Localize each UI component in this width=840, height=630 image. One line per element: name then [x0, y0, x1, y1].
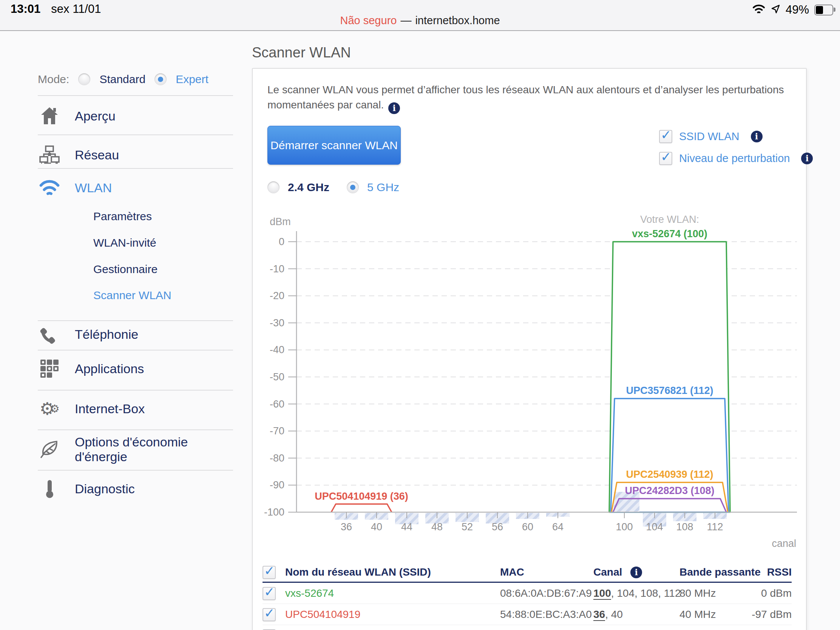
column-header-label: Canal [594, 566, 622, 578]
bandwidth-cell: 40 MHz [679, 608, 716, 621]
sidebar-divider [38, 134, 233, 135]
sidebar-divider [38, 390, 233, 390]
toggle-label[interactable]: Niveau de perturbation [679, 152, 790, 165]
check-icon: ✓ [661, 127, 671, 142]
channel-separator: , [635, 587, 641, 599]
status-bar: 13:01sex 11/01 49% Não seguro—internetbo… [0, 0, 840, 31]
mode-expert-label[interactable]: Expert [175, 73, 208, 86]
sidebar-item-label: Options d'économie d'énergie [75, 435, 234, 464]
channel-value: 104 [617, 587, 635, 599]
column-header-label: MAC [500, 566, 524, 578]
sidebar-item-label: Téléphonie [75, 327, 138, 342]
wifi-icon [38, 177, 61, 198]
rssi-value: 0 dBm [761, 587, 792, 599]
sidebar-item-label: Réseau [75, 148, 119, 163]
scanner-description-text: Le scanner WLAN vous permet d’afficher t… [267, 84, 784, 111]
column-header: MAC [500, 566, 524, 578]
sidebar-subitem-scanner-wlan[interactable]: Scanner WLAN [93, 282, 172, 309]
sidebar-divider [38, 470, 233, 471]
ssid-cell: vxs-52674 [285, 587, 334, 599]
date: sex 11/01 [51, 2, 101, 16]
mac-cell: 54:88:0E:BC:A3:A0 [500, 608, 592, 621]
sidebar-item-label: WLAN [75, 180, 112, 195]
canal-cell: 36, 40 [594, 608, 623, 621]
info-icon[interactable]: i [751, 131, 763, 142]
band-label[interactable]: 5 GHz [367, 181, 399, 194]
channel-value: 100 [594, 587, 611, 600]
row-divider [262, 625, 792, 625]
channel-separator: , [605, 608, 611, 620]
ssid-cell: UPC504104919 [285, 608, 360, 621]
wifi-status-icon [752, 4, 765, 16]
sidebar-subitem-wlan-invite[interactable]: WLAN-invité [93, 230, 156, 256]
sidebar-subitem-parametres[interactable]: Paramètres [93, 203, 152, 230]
host-name: internetbox.home [415, 14, 500, 27]
sidebar-item-internet-box[interactable]: ⚙⚙Internet-Box [38, 392, 234, 426]
sidebar-item-label: Applications [75, 362, 144, 376]
leaf-icon [38, 439, 61, 460]
phone-icon [38, 324, 61, 345]
sidebar-item-applications[interactable]: Applications [38, 352, 234, 385]
canal-cell: 100, 104, 108, 112 [594, 587, 681, 599]
band-selector: 2.4 GHz5 GHz [267, 180, 399, 195]
channel-value: 40 [611, 608, 623, 620]
sidebar-item-diagnostic[interactable]: Diagnostic [38, 472, 234, 506]
check-icon: ✓ [264, 584, 275, 599]
column-header-label: Nom du réseau WLAN (SSID) [285, 566, 431, 578]
mode-standard-radio[interactable] [78, 73, 90, 85]
table-header-row: ✓Nom du réseau WLAN (SSID)MACCanaliBande… [262, 562, 792, 583]
network-icon [38, 144, 61, 166]
band-radio-5GHz[interactable] [347, 181, 359, 193]
toggle-ssid-wlan: ✓SSID WLANi [659, 129, 763, 143]
home-icon [38, 105, 61, 126]
band-label[interactable]: 2.4 GHz [288, 181, 329, 194]
toggle-checkbox[interactable]: ✓ [659, 130, 672, 143]
rssi-cell: -97 dBm [735, 608, 792, 621]
sidebar-item-label: Aperçu [75, 109, 115, 123]
column-header: RSSI [735, 566, 792, 578]
sidebar-divider [38, 95, 233, 96]
row-checkbox[interactable]: ✓ [262, 608, 276, 621]
browser-address[interactable]: Não seguro—internetbox.home [0, 14, 840, 27]
table-row: ✓vxs-5267408:6A:0A:DB:67:A9100, 104, 108… [262, 583, 792, 603]
channel-value: 36 [594, 608, 605, 621]
bandwidth-value: 40 MHz [679, 608, 716, 620]
mode-expert-radio[interactable] [155, 73, 167, 85]
sidebar-item-energy-options[interactable]: Options d'économie d'énergie [38, 433, 234, 466]
title-separator: — [400, 14, 411, 27]
screen: 13:01sex 11/01 49% Não seguro—internetbo… [0, 0, 840, 630]
row-checkbox[interactable]: ✓ [262, 587, 276, 600]
band-radio-24GHz[interactable] [267, 181, 279, 193]
sidebar-subitem-gestionnaire[interactable]: Gestionnaire [93, 256, 158, 283]
toggle-label[interactable]: SSID WLAN [679, 130, 739, 143]
select-all-checkbox[interactable]: ✓ [262, 566, 276, 579]
mac-value: 08:6A:0A:DB:67:A9 [500, 587, 592, 599]
sidebar-divider [38, 429, 233, 430]
sidebar-item-wlan[interactable]: WLAN [38, 171, 234, 205]
column-header-label: RSSI [767, 566, 792, 578]
thermometer-icon [38, 478, 61, 499]
header-rule [262, 582, 792, 583]
channel-separator: , [611, 587, 617, 599]
mode-label: Mode: [38, 73, 69, 86]
mode-standard-label[interactable]: Standard [99, 73, 145, 86]
mode-switcher: Mode: Standard Expert [38, 71, 208, 88]
column-header: Canali [594, 566, 642, 578]
check-icon: ✓ [264, 605, 275, 621]
table-row: ✓UPC50410491954:88:0E:BC:A3:A036, 4040 M… [262, 604, 792, 625]
info-icon[interactable]: i [801, 153, 813, 164]
scanner-description: Le scanner WLAN vous permet d’afficher t… [267, 82, 807, 114]
sidebar-item-apercu[interactable]: Aperçu [38, 99, 234, 133]
sidebar-subitem-label: Paramètres [93, 210, 152, 223]
info-icon[interactable]: i [388, 103, 400, 114]
sidebar-item-telephonie[interactable]: Téléphonie [38, 317, 234, 351]
check-icon: ✓ [661, 149, 671, 164]
table-row: ✓UPC24282D354:67:51:22:82:2F100, 104, 10… [262, 625, 792, 630]
info-icon[interactable]: i [630, 567, 642, 578]
mac-value: 54:88:0E:BC:A3:A0 [500, 608, 592, 620]
start-scan-button[interactable]: Démarrer scanner WLAN [267, 126, 401, 165]
page-title: Scanner WLAN [252, 44, 351, 61]
sidebar-item-reseau[interactable]: Réseau [38, 138, 234, 172]
apps-icon [38, 358, 61, 379]
toggle-checkbox[interactable]: ✓ [659, 152, 672, 165]
